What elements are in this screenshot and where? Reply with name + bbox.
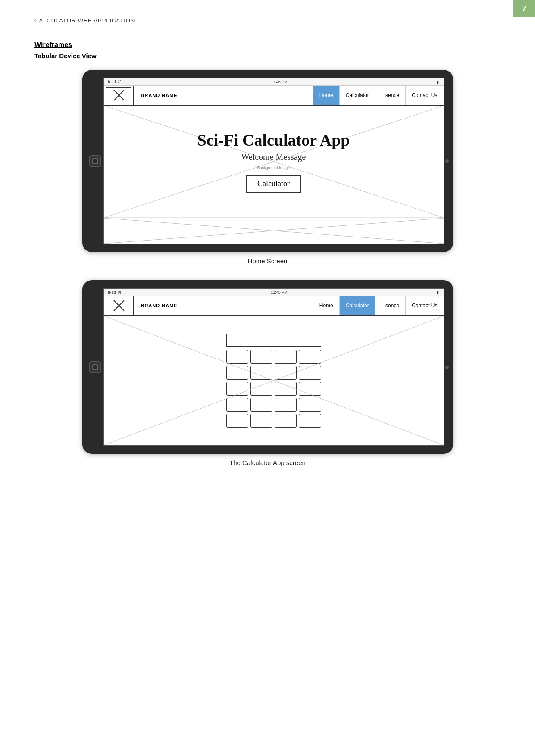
status-left-1: iPad ⌘ xyxy=(108,80,122,84)
nav-item-contact-2[interactable]: Contact Us xyxy=(405,296,443,315)
navbar-2: BRAND NAME Home Calculator Lisence Conta… xyxy=(104,296,444,316)
logo-x-icon-1 xyxy=(106,87,131,103)
tablet-device-1: iPad ⌘ 11:45 PM ▮ BRAND NAME Home Calcul… xyxy=(82,70,453,252)
tablet-right-dot xyxy=(445,159,449,163)
nav-item-home-2[interactable]: Home xyxy=(313,296,339,315)
footer-diagonal-1 xyxy=(104,218,444,244)
battery-icon-2: ▮ xyxy=(437,290,439,294)
hero-welcome-1: Welcome Message xyxy=(197,152,350,162)
caption-home-screen: Home Screen xyxy=(34,257,501,265)
status-bar-2: iPad ⌘ 11:45 PM ▮ xyxy=(104,289,444,296)
nav-item-licence-2[interactable]: Lisence xyxy=(375,296,405,315)
hero-cta-button-1[interactable]: Calculator xyxy=(246,175,301,193)
nav-items-2: Home Calculator Lisence Contact Us xyxy=(313,296,444,315)
status-bar-1: iPad ⌘ 11:45 PM ▮ xyxy=(104,78,444,86)
ipad-label-1: iPad xyxy=(108,80,116,84)
status-time-2: 11:45 PM xyxy=(271,290,288,294)
tablet-device-2: iPad ⌘ 11:45 PM ▮ BRAND NAME Home Calcul… xyxy=(82,280,453,454)
hero-content-1: Sci-Fi Calculator App Welcome Message Ba… xyxy=(197,131,350,193)
tablet-home-button-2[interactable] xyxy=(89,361,101,373)
page-number: 7 xyxy=(513,0,535,17)
nav-item-licence-1[interactable]: Lisence xyxy=(375,86,405,105)
brand-name-2: BRAND NAME xyxy=(134,303,313,308)
nav-item-calculator-1[interactable]: Calculator xyxy=(339,86,375,105)
page-header: CALCULATOR WEB APPLICATION xyxy=(34,17,501,24)
hero-section-1: Sci-Fi Calculator App Welcome Message Ba… xyxy=(104,106,444,218)
tablet-screen-1: iPad ⌘ 11:45 PM ▮ BRAND NAME Home Calcul… xyxy=(103,78,444,244)
section-title-wireframes: Wireframes xyxy=(34,41,501,49)
tablet-home-button-inner-2 xyxy=(92,364,98,370)
status-left-2: iPad ⌘ xyxy=(108,290,122,294)
hero-title-1: Sci-Fi Calculator App xyxy=(197,131,350,150)
calc-screen-diagonals xyxy=(104,316,444,445)
tablet-home-button[interactable] xyxy=(89,155,101,167)
wifi-icon-2: ⌘ xyxy=(118,290,122,294)
battery-icon-1: ▮ xyxy=(437,80,439,84)
footer-image-1 xyxy=(104,218,444,244)
navbar-1: BRAND NAME Home Calculator Lisence Conta… xyxy=(104,86,444,106)
nav-item-contact-1[interactable]: Contact Us xyxy=(405,86,443,105)
logo-box-2 xyxy=(104,296,134,315)
ipad-label-2: iPad xyxy=(108,290,116,294)
wifi-icon-1: ⌘ xyxy=(118,80,122,84)
tablet-home-button-inner xyxy=(92,158,98,164)
brand-name-1: BRAND NAME xyxy=(134,93,313,98)
tablet-right-dot-2 xyxy=(445,366,449,369)
calculator-screen-area xyxy=(104,316,444,445)
logo-x-icon-2 xyxy=(106,298,131,313)
nav-item-home-1[interactable]: Home xyxy=(313,86,339,105)
logo-box-1 xyxy=(104,86,134,105)
status-time-1: 11:45 PM xyxy=(271,80,288,84)
subsection-title: Tabular Device View xyxy=(34,52,501,59)
nav-items-1: Home Calculator Lisence Contact Us xyxy=(313,86,444,105)
tablet-screen-2: iPad ⌘ 11:45 PM ▮ BRAND NAME Home Calcul… xyxy=(103,288,444,446)
caption-calculator-screen: The Calculator App screen xyxy=(34,459,501,466)
hero-bg-label-1: Background Image xyxy=(197,166,350,170)
nav-item-calculator-2[interactable]: Calculator xyxy=(339,296,375,315)
